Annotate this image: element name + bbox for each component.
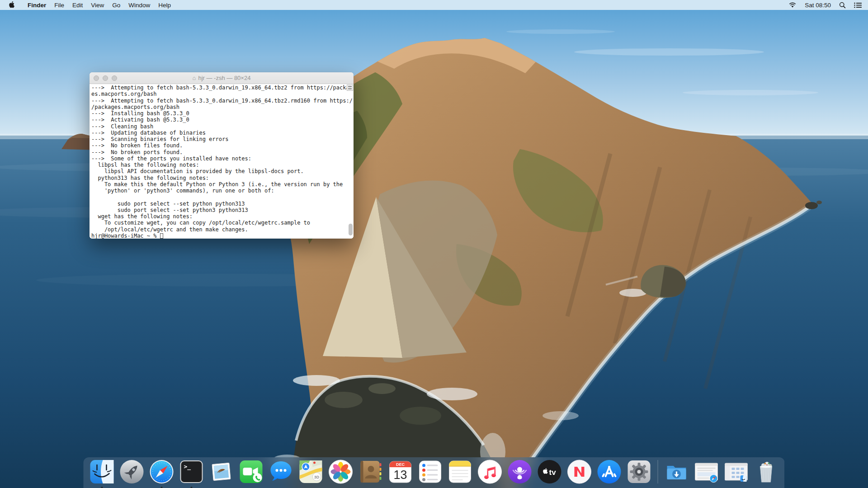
reminders-icon xyxy=(418,459,443,484)
dock-item-messages[interactable] xyxy=(266,459,296,488)
split-pane-button[interactable] xyxy=(347,84,353,91)
dock-separator xyxy=(658,460,658,483)
news-icon xyxy=(567,459,592,484)
list-icon xyxy=(854,2,862,8)
mail-icon xyxy=(209,459,234,484)
apple-logo-icon xyxy=(9,1,15,9)
app-store-icon xyxy=(597,459,622,484)
dock: >_ xyxy=(84,457,785,488)
minimize-button[interactable] xyxy=(103,75,108,81)
menu-bar-clock[interactable]: Sat 08:50 xyxy=(801,0,835,10)
minimized-safari-window-icon xyxy=(694,459,719,484)
dock-item-minimized-finder-window[interactable] xyxy=(722,459,751,488)
dock-item-safari[interactable] xyxy=(147,459,177,488)
dock-item-trash-full[interactable] xyxy=(751,459,781,488)
terminal-cursor xyxy=(160,233,163,239)
dock-item-finder[interactable] xyxy=(87,459,117,488)
apple-menu[interactable] xyxy=(0,0,24,10)
contacts-icon xyxy=(358,459,383,484)
terminal-title-bar[interactable]: ⌂ hjr — -zsh — 80×24 xyxy=(90,72,354,84)
svg-text:>_: >_ xyxy=(184,463,191,470)
music-icon xyxy=(477,459,503,484)
svg-text:3D: 3D xyxy=(314,475,320,479)
dock-item-calendar[interactable]: DEC 13 xyxy=(386,459,415,488)
dock-item-podcasts[interactable] xyxy=(505,459,535,488)
wifi-menu[interactable] xyxy=(784,0,801,10)
notes-icon xyxy=(448,459,473,484)
facetime-icon xyxy=(239,459,264,484)
system-preferences-icon xyxy=(627,459,652,484)
spotlight-menu[interactable] xyxy=(835,0,850,10)
dock-item-app-store[interactable] xyxy=(594,459,624,488)
dock-item-downloads-folder[interactable] xyxy=(662,459,692,488)
apple-tv-icon: tv xyxy=(537,459,562,484)
dock-item-photos[interactable] xyxy=(326,459,356,488)
window-title: ⌂ hjr — -zsh — 80×24 xyxy=(90,75,354,81)
home-folder-icon: ⌂ xyxy=(193,75,196,81)
dock-item-music[interactable] xyxy=(475,459,505,488)
wifi-icon xyxy=(788,2,797,8)
terminal-window[interactable]: ⌂ hjr — -zsh — 80×24 ---> Attempting to … xyxy=(90,72,354,239)
terminal-prompt-line: hjr@Howards-iMac ~ % xyxy=(90,233,354,239)
search-icon xyxy=(839,2,846,9)
desktop: Finder File Edit View Go Window Help Sat… xyxy=(0,0,868,488)
menu-item-finder[interactable]: Finder xyxy=(24,0,50,10)
menu-item-view[interactable]: View xyxy=(87,0,108,10)
launchpad-icon xyxy=(119,459,145,484)
dock-item-mail[interactable] xyxy=(207,459,236,488)
dock-item-system-preferences[interactable] xyxy=(624,459,654,488)
photos-icon xyxy=(328,459,354,484)
calendar-icon: DEC 13 xyxy=(388,459,413,484)
dock-item-contacts[interactable] xyxy=(356,459,386,488)
close-button[interactable] xyxy=(94,75,99,81)
svg-text:DEC: DEC xyxy=(396,462,405,467)
menu-item-file[interactable]: File xyxy=(50,0,68,10)
podcasts-icon xyxy=(507,459,533,484)
svg-text:tv: tv xyxy=(549,468,557,477)
notification-center-menu[interactable] xyxy=(850,0,868,10)
dock-item-minimized-safari-window[interactable] xyxy=(692,459,722,488)
terminal-content[interactable]: ---> Attempting to fetch bash-5.3.3_0.da… xyxy=(90,84,354,239)
menu-item-help[interactable]: Help xyxy=(154,0,175,10)
messages-icon xyxy=(269,459,294,484)
downloads-folder-icon xyxy=(664,459,689,484)
zoom-button[interactable] xyxy=(112,75,117,81)
dock-item-launchpad[interactable] xyxy=(117,459,147,488)
menu-bar: Finder File Edit View Go Window Help Sat… xyxy=(0,0,868,10)
menu-item-edit[interactable]: Edit xyxy=(68,0,87,10)
dock-item-maps[interactable]: 3D xyxy=(296,459,326,488)
svg-text:13: 13 xyxy=(393,468,407,482)
safari-icon xyxy=(149,459,175,484)
dock-item-notes[interactable] xyxy=(445,459,475,488)
trash-full-icon xyxy=(754,459,779,484)
terminal-output: ---> Attempting to fetch bash-5.3.3_0.da… xyxy=(90,84,354,233)
menu-item-go[interactable]: Go xyxy=(108,0,124,10)
menu-item-window[interactable]: Window xyxy=(124,0,154,10)
maps-icon: 3D xyxy=(298,459,324,484)
terminal-prompt: hjr@Howards-iMac ~ % xyxy=(91,233,160,239)
scrollbar-thumb[interactable] xyxy=(349,224,353,235)
dock-item-terminal[interactable]: >_ xyxy=(177,459,207,488)
finder-icon xyxy=(90,459,115,484)
dock-item-reminders[interactable] xyxy=(415,459,445,488)
terminal-icon: >_ xyxy=(179,459,204,484)
window-title-text: hjr — -zsh — 80×24 xyxy=(198,75,250,81)
minimized-finder-window-icon xyxy=(724,459,749,484)
dock-item-tv[interactable]: tv xyxy=(535,459,565,488)
dock-item-facetime[interactable] xyxy=(236,459,266,488)
dock-item-news[interactable] xyxy=(565,459,594,488)
